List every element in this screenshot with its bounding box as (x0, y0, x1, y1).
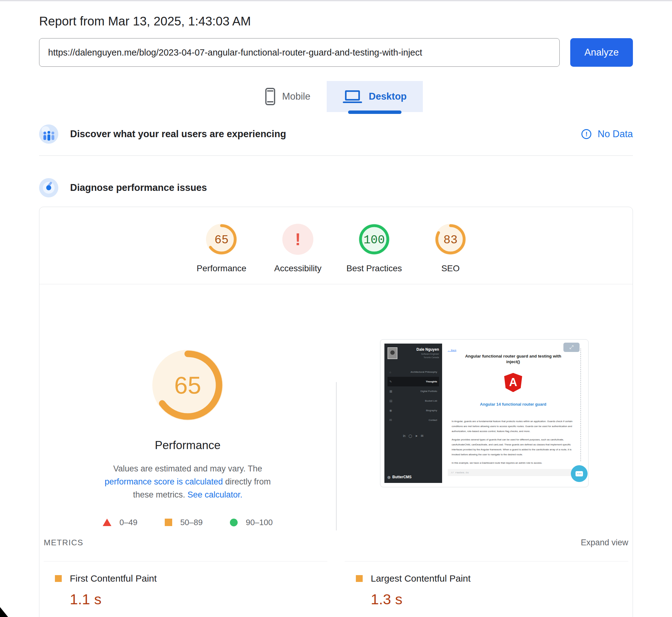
analyze-bar: Analyze (39, 38, 633, 67)
tab-desktop-label: Desktop (369, 91, 407, 102)
best-practices-gauge: 100 (358, 223, 390, 255)
diagnose-gauge-icon (39, 178, 58, 197)
svg-text:83: 83 (443, 233, 457, 247)
column-divider (336, 382, 337, 531)
legend-poor: 0–49 (103, 518, 137, 527)
nav-item: ▦Digital Portfolio (387, 386, 439, 396)
accessibility-gauge: ! (282, 223, 314, 255)
top-border (0, 0, 672, 1)
legend-range: 50–89 (180, 518, 203, 527)
linkedin-icon: in (403, 434, 405, 438)
nav-item: ✉Contact (387, 415, 439, 425)
article-title: Angular functional router guard and test… (459, 354, 567, 365)
legend-range: 0–49 (119, 518, 137, 527)
analyze-button[interactable]: Analyze (570, 38, 633, 67)
lighthouse-report-card: 65 Performance ! Accessibility 100 Best … (39, 207, 633, 617)
category-scores: 65 Performance ! Accessibility 100 Best … (39, 223, 633, 273)
svg-text:65: 65 (215, 233, 229, 247)
tab-mobile[interactable]: Mobile (249, 81, 326, 112)
back-link: ← Back (448, 349, 456, 352)
legend-range: 90–100 (246, 518, 273, 527)
main-performance-gauge: 65 (149, 346, 227, 424)
angular-logo: A (504, 373, 522, 392)
profile-role: Software Engineer (400, 353, 439, 355)
score-best-practices[interactable]: 100 Best Practices (345, 223, 403, 273)
profile-name: Dale Nguyen (400, 347, 439, 352)
error-exclamation-icon: ! (295, 229, 301, 249)
score-label: Performance (197, 263, 246, 273)
main-gauge-label: Performance (155, 439, 221, 452)
no-data-status[interactable]: ! No Data (581, 129, 633, 140)
score-seo[interactable]: 83 SEO (421, 223, 480, 273)
score-accessibility[interactable]: ! Accessibility (269, 223, 327, 273)
metrics-grid: First Contentful Paint 1.1 s Largest Con… (44, 561, 628, 617)
crux-section-title: Discover what your real users are experi… (70, 129, 286, 140)
expand-view-button[interactable]: Expand view (581, 538, 628, 548)
score-disclaimer: Values are estimated and may vary. The p… (98, 462, 278, 501)
github-icon: ◯ (409, 434, 412, 438)
twitter-icon: ➤ (415, 434, 418, 438)
screenshot-column: Dale Nguyen Software Engineer Toronto Ca… (336, 284, 633, 527)
svg-text:65: 65 (175, 372, 201, 399)
real-users-icon (39, 125, 58, 144)
score-label: SEO (441, 263, 459, 273)
metric-name: Largest Contentful Paint (371, 573, 471, 584)
no-data-label: No Data (598, 129, 633, 140)
performance-gauge: 65 (206, 223, 238, 255)
page-screenshot-thumbnail[interactable]: Dale Nguyen Software Engineer Toronto Ca… (380, 339, 589, 487)
metric-fcp: First Contentful Paint 1.1 s (44, 561, 327, 617)
score-label: Accessibility (274, 263, 321, 273)
thumbnail-expand-button[interactable]: ⤢ (564, 343, 580, 352)
orange-square-icon (55, 575, 62, 582)
nav-item: ✎Thoughts (387, 377, 439, 386)
thumbnail-scrollbar (580, 349, 581, 461)
seo-gauge: 83 (434, 223, 466, 255)
score-performance[interactable]: 65 Performance (192, 223, 251, 273)
tab-desktop[interactable]: Desktop (327, 81, 423, 112)
red-triangle-icon (103, 519, 111, 526)
score-label: Best Practices (347, 263, 402, 273)
see-calculator-link[interactable]: See calculator. (188, 490, 242, 499)
performance-gauge-column: 65 Performance Values are estimated and … (39, 284, 336, 527)
score-legend: 0–49 50–89 90–100 (103, 518, 273, 527)
green-circle-icon (230, 519, 238, 527)
calculator-link[interactable]: performance score is calculated (104, 477, 223, 486)
disclaimer-text: Values are estimated and may vary. The (113, 464, 262, 473)
legend-good: 90–100 (230, 518, 273, 527)
profile-location: Toronto Canada (400, 356, 439, 359)
device-tabs: Mobile Desktop (39, 81, 633, 112)
url-input[interactable] (39, 38, 560, 67)
social-icons: in◯➤✉ (387, 434, 439, 438)
mail-icon: ✉ (421, 434, 423, 438)
page-title: Report from Mar 13, 2025, 1:43:03 AM (39, 14, 633, 28)
chat-widget-icon (571, 465, 588, 482)
lab-section-header: Diagnose performance issues (39, 178, 633, 197)
legend-average: 50–89 (165, 518, 203, 527)
metric-name: First Contentful Paint (70, 573, 157, 584)
avatar (387, 347, 397, 359)
metrics-header: METRICS Expand view (44, 538, 628, 548)
nav-item: ◉Biography (387, 406, 439, 415)
section-divider (39, 156, 633, 156)
metric-value: 1.1 s (55, 591, 327, 608)
article-subheading: Angular 14 functional router guard (448, 402, 579, 407)
lab-section-title: Diagnose performance issues (70, 182, 207, 193)
nav-item: ▤Bucket List (387, 396, 439, 406)
performance-detail-columns: 65 Performance Values are estimated and … (39, 284, 633, 527)
tab-mobile-label: Mobile (282, 91, 310, 102)
orange-square-icon (356, 575, 363, 582)
crux-section-header: Discover what your real users are experi… (39, 125, 633, 144)
info-icon: ! (581, 129, 591, 139)
nav-item: ⌂Architectural Philosophy (387, 367, 439, 377)
desktop-laptop-icon (343, 90, 362, 103)
metrics-title: METRICS (44, 538, 83, 548)
article-paragraph: In this example, we have a Dashboard rou… (452, 460, 575, 465)
mobile-phone-icon (265, 88, 275, 105)
code-block: // routes.ts (448, 469, 579, 476)
buttercms-logo: ◎ButterCMS (387, 475, 439, 479)
thumbnail-content: ← Back Angular functional router guard a… (442, 344, 584, 483)
svg-text:100: 100 (364, 233, 385, 247)
metric-value: 1.3 s (356, 591, 628, 608)
article-paragraph: In Angular, guards are a fundamental fea… (452, 419, 575, 434)
thumbnail-sidebar: Dale Nguyen Software Engineer Toronto Ca… (384, 344, 442, 483)
